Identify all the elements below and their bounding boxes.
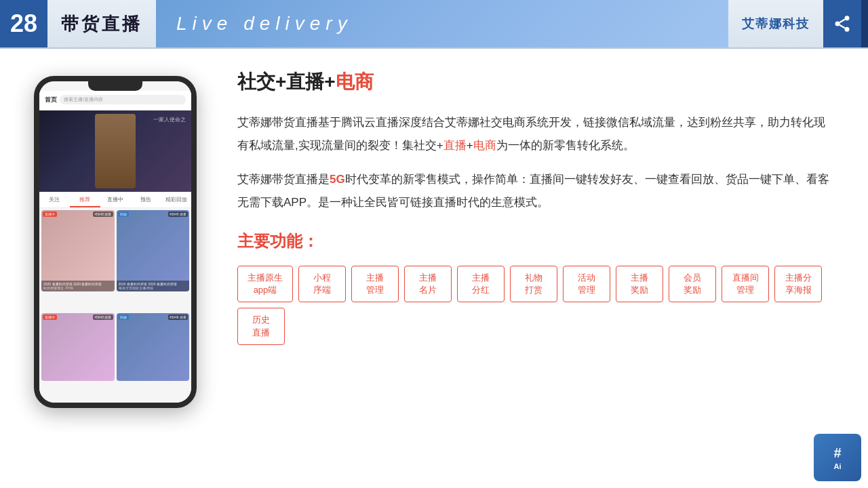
- phone-video-info-2: 2020 春夏时尚穿搭 2020 春夏时尚穿搭 唯美空灵唱歌主播-周深: [117, 281, 190, 291]
- phone-video-author-1: 时尚穿搭博主 -TIYA: [43, 286, 113, 290]
- bottom-corner-badge: # Ai: [814, 434, 861, 481]
- feature-tag-11: 主播分享海报: [774, 266, 822, 302]
- description-paragraph-1: 艾蒂娜带货直播基于腾讯云直播深度结合艾蒂娜社交电商系统开发，链接微信私域流量，达…: [237, 111, 834, 157]
- phone-video-info-1: 2020 春夏时尚穿搭 2020 春夏时尚穿搭 时尚穿搭博主 -TIYA: [41, 281, 115, 291]
- phone-video-count-3: 45848 观看: [93, 314, 113, 320]
- phone-tab-live[interactable]: 直播中: [100, 195, 131, 207]
- feature-tag-2: 小程序端: [298, 266, 346, 302]
- phone-video-grid: 直播中 45648 观看 2020 春夏时尚穿搭 2020 春夏时尚穿搭 时尚穿…: [39, 208, 191, 403]
- slide-number: 28: [0, 0, 47, 47]
- right-content: 社交+直播+电商 艾蒂娜带货直播基于腾讯云直播深度结合艾蒂娜社交电商系统开发，链…: [237, 69, 834, 468]
- svg-line-4: [840, 20, 845, 23]
- phone-video-count-4: 45648 观看: [168, 314, 188, 320]
- feature-tag-7: 活动管理: [563, 266, 610, 302]
- phone-header-bar: 首页 搜索主播/直播内容: [39, 91, 191, 110]
- phone-notch: [88, 81, 142, 91]
- feature-tag-1: 主播原生app端: [237, 266, 293, 302]
- phone-video-badge-2: 回放: [118, 211, 129, 217]
- phone-video-badge-4: 回放: [118, 314, 129, 320]
- phone-nav-top: 首页 搜索主播/直播内容: [45, 95, 186, 104]
- phone-search-placeholder: 搜索主播/直播内容: [64, 97, 103, 102]
- feature-tag-12: 历史直播: [237, 308, 285, 344]
- section-main-title: 社交+直播+电商: [237, 69, 834, 95]
- main-content: 首页 搜索主播/直播内容 一家人使命之 关注 推荐 直播中 预告: [0, 49, 868, 488]
- svg-point-2: [845, 27, 850, 32]
- title-ecommerce: 电商: [336, 71, 374, 92]
- title-chinese: 带货直播: [47, 0, 156, 47]
- feature-tag-6: 礼物打赏: [510, 266, 557, 302]
- phone-screen: 首页 搜索主播/直播内容 一家人使命之 关注 推荐 直播中 预告: [39, 81, 191, 403]
- feature-tag-5: 主播分红: [457, 266, 505, 302]
- phone-search-bar[interactable]: 搜索主播/直播内容: [60, 95, 186, 104]
- hero-overlay-text: 一家人使命之: [153, 116, 186, 123]
- svg-point-1: [835, 22, 840, 26]
- hero-person-image: [95, 114, 136, 188]
- phone-video-author-2: 唯美空灵唱歌主播-周深: [119, 286, 188, 290]
- phone-video-card-2[interactable]: 回放 45648 观看 2020 春夏时尚穿搭 2020 春夏时尚穿搭 唯美空灵…: [117, 210, 190, 291]
- phone-tab-replay[interactable]: 精彩回放: [161, 195, 191, 207]
- feature-tag-10: 直播间管理: [722, 266, 769, 302]
- corner-ai-text: Ai: [834, 462, 842, 470]
- corner-ai-badge: # Ai: [814, 434, 861, 481]
- phone-tab-follow[interactable]: 关注: [39, 195, 70, 207]
- header: 28 带货直播 Live delivery 艾蒂娜科技: [0, 0, 868, 49]
- phone-tabs: 关注 推荐 直播中 预告 精彩回放: [39, 192, 191, 208]
- feature-tag-3: 主播管理: [351, 266, 399, 302]
- feature-tag-8: 主播奖励: [616, 266, 663, 302]
- title-english: Live delivery: [156, 0, 728, 47]
- feature-tag-4: 主播名片: [404, 266, 452, 302]
- phone-video-card-1[interactable]: 直播中 45648 观看 2020 春夏时尚穿搭 2020 春夏时尚穿搭 时尚穿…: [41, 210, 115, 291]
- phone-video-card-3[interactable]: 直播中 45848 观看: [41, 313, 115, 381]
- phone-tab-preview[interactable]: 预告: [130, 195, 161, 207]
- phone-mockup: 首页 搜索主播/直播内容 一家人使命之 关注 推荐 直播中 预告: [34, 76, 197, 408]
- phone-video-badge-1: 直播中: [43, 211, 57, 217]
- feature-tag-9: 会员奖励: [669, 266, 716, 302]
- corner-hash: #: [833, 445, 841, 461]
- phone-video-count-1: 45648 观看: [93, 211, 113, 217]
- svg-point-0: [845, 16, 850, 20]
- features-section-title: 主要功能：: [237, 230, 834, 252]
- phone-video-card-4[interactable]: 回放 45648 观看: [117, 313, 190, 381]
- share-button[interactable]: [823, 0, 861, 47]
- phone-video-badge-3: 直播中: [43, 314, 57, 320]
- description-paragraph-2: 艾蒂娜带货直播是5G时代变革的新零售模式，操作简单：直播间一键转发好友、一键查看…: [237, 168, 834, 214]
- phone-video-count-2: 45648 观看: [168, 211, 188, 217]
- share-icon: [833, 14, 852, 33]
- phone-tab-recommend[interactable]: 推荐: [70, 195, 100, 207]
- features-grid: 主播原生app端 小程序端 主播管理 主播名片 主播分红 礼物打赏 活动管理 主…: [237, 266, 834, 345]
- phone-hero-image: 一家人使命之: [39, 110, 191, 192]
- phone-mockup-container: 首页 搜索主播/直播内容 一家人使命之 关注 推荐 直播中 预告: [34, 69, 210, 468]
- phone-home-label: 首页: [45, 96, 57, 104]
- brand-name: 艾蒂娜科技: [728, 0, 823, 47]
- header-accent-bar: [861, 0, 868, 47]
- svg-line-3: [840, 25, 845, 28]
